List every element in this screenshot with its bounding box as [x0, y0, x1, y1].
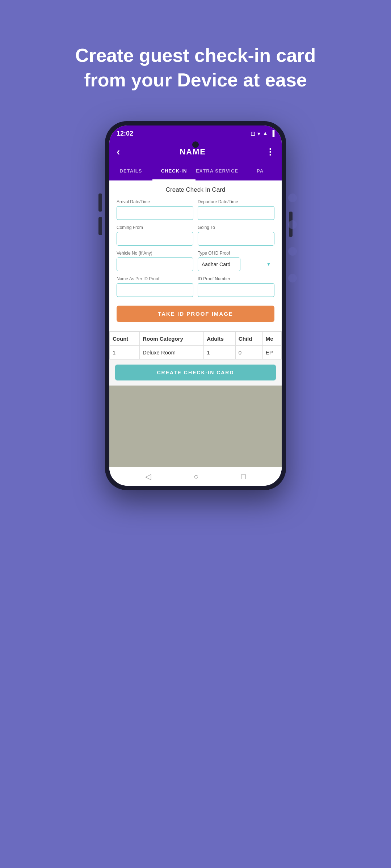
- name-idnumber-row: Name As Per ID Proof ID Proof Number: [117, 276, 274, 297]
- going-to-input[interactable]: [198, 232, 274, 246]
- arrival-input[interactable]: [117, 206, 193, 220]
- volume-down-button[interactable]: [98, 217, 102, 235]
- bottom-gray-area: [109, 386, 282, 467]
- more-menu-button[interactable]: ⋮: [266, 147, 274, 157]
- main-content: Create Check In Card Arrival Date/Time D…: [109, 180, 282, 467]
- vehicle-input[interactable]: [117, 258, 193, 271]
- name-id-label: Name As Per ID Proof: [117, 276, 193, 281]
- table-header: Count Room Category Adults Child Me: [110, 332, 282, 346]
- cell-child: 0: [235, 346, 262, 359]
- table-body: 1 Deluxe Room 1 0 EP: [110, 346, 282, 359]
- vehicle-group: Vehicle No (If Any): [117, 251, 193, 271]
- going-to-group: Going To: [198, 225, 274, 246]
- cell-room-category: Deluxe Room: [140, 346, 204, 359]
- id-proof-type-group: Type Of ID Proof Aadhar Card Passport Dr…: [198, 251, 274, 271]
- cell-adults: 1: [204, 346, 236, 359]
- tabs-bar: DETAILS CHECK-IN EXTRA SERVICE PA: [109, 162, 282, 180]
- id-number-label: ID Proof Number: [198, 276, 274, 281]
- status-icons: ⊡ ▾ ▲ ▐: [251, 130, 274, 137]
- name-id-input[interactable]: [117, 283, 193, 297]
- card-title: Create Check In Card: [117, 186, 274, 193]
- id-number-group: ID Proof Number: [198, 276, 274, 297]
- back-button[interactable]: ‹: [117, 146, 120, 158]
- departure-input[interactable]: [198, 206, 274, 220]
- phone-screen: 12:02 ⊡ ▾ ▲ ▐ ‹ NAME ⋮ DETAILS: [109, 125, 282, 486]
- departure-label: Departure Date/Time: [198, 199, 274, 204]
- id-proof-select[interactable]: Aadhar Card Passport Driving License Vot…: [198, 258, 240, 271]
- id-number-input[interactable]: [198, 283, 274, 297]
- coming-from-label: Coming From: [117, 225, 193, 230]
- nav-bar: ◁ ○ □: [109, 467, 282, 486]
- arrival-departure-row: Arrival Date/Time Departure Date/Time: [117, 199, 274, 220]
- hero-line1: Create guest check-in card: [75, 45, 316, 66]
- id-proof-label: Type Of ID Proof: [198, 251, 274, 256]
- nav-home-icon[interactable]: ○: [194, 472, 198, 481]
- nav-recent-icon[interactable]: □: [241, 472, 246, 481]
- tab-extra-service[interactable]: EXTRA SERVICE: [196, 162, 239, 180]
- col-adults: Adults: [204, 332, 236, 346]
- col-me: Me: [262, 332, 281, 346]
- vehicle-label: Vehicle No (If Any): [117, 251, 193, 256]
- status-bar: 12:02 ⊡ ▾ ▲ ▐: [109, 125, 282, 141]
- arrival-label: Arrival Date/Time: [117, 199, 193, 204]
- check-in-form-card: Create Check In Card Arrival Date/Time D…: [109, 180, 282, 331]
- create-checkin-button[interactable]: CREATE CHECK-IN CARD: [115, 365, 276, 380]
- hero-section: Create guest check-in card from your Dev…: [75, 0, 316, 121]
- departure-group: Departure Date/Time: [198, 199, 274, 220]
- cell-me: EP: [262, 346, 281, 359]
- status-time: 12:02: [117, 130, 133, 137]
- col-room-category: Room Category: [140, 332, 204, 346]
- volume-up-button[interactable]: [98, 193, 102, 212]
- table-header-row: Count Room Category Adults Child Me: [110, 332, 282, 346]
- col-count: Count: [110, 332, 140, 346]
- room-table-container: Count Room Category Adults Child Me 1 De…: [109, 331, 282, 359]
- muso-icon: ⊡: [251, 130, 255, 137]
- tab-details[interactable]: DETAILS: [109, 162, 152, 180]
- col-child: Child: [235, 332, 262, 346]
- coming-from-input[interactable]: [117, 232, 193, 246]
- coming-going-row: Coming From Going To: [117, 225, 274, 246]
- camera-notch: [192, 141, 199, 148]
- room-table: Count Room Category Adults Child Me 1 De…: [109, 332, 282, 359]
- vehicle-idtype-row: Vehicle No (If Any) Type Of ID Proof Aad…: [117, 251, 274, 271]
- cell-count: 1: [110, 346, 140, 359]
- name-id-group: Name As Per ID Proof: [117, 276, 193, 297]
- signal-icon: ▲: [262, 130, 268, 137]
- hero-line2: from your Device at ease: [84, 69, 307, 90]
- header-title: NAME: [180, 147, 206, 157]
- phone-frame: 12:02 ⊡ ▾ ▲ ▐ ‹ NAME ⋮ DETAILS: [105, 121, 286, 490]
- wifi-icon: ▾: [257, 130, 260, 137]
- arrival-group: Arrival Date/Time: [117, 199, 193, 220]
- id-proof-select-wrapper: Aadhar Card Passport Driving License Vot…: [198, 258, 274, 271]
- tab-checkin[interactable]: CHECK-IN: [152, 162, 196, 180]
- tab-pa[interactable]: PA: [239, 162, 282, 180]
- take-id-proof-button[interactable]: TAKE ID PROOF IMAGE: [117, 306, 274, 322]
- coming-from-group: Coming From: [117, 225, 193, 246]
- side-decorations: [288, 193, 297, 282]
- going-to-label: Going To: [198, 225, 274, 230]
- nav-back-icon[interactable]: ◁: [145, 472, 151, 481]
- table-row: 1 Deluxe Room 1 0 EP: [110, 346, 282, 359]
- battery-icon: ▐: [270, 130, 274, 137]
- phone-mockup: 12:02 ⊡ ▾ ▲ ▐ ‹ NAME ⋮ DETAILS: [105, 121, 286, 483]
